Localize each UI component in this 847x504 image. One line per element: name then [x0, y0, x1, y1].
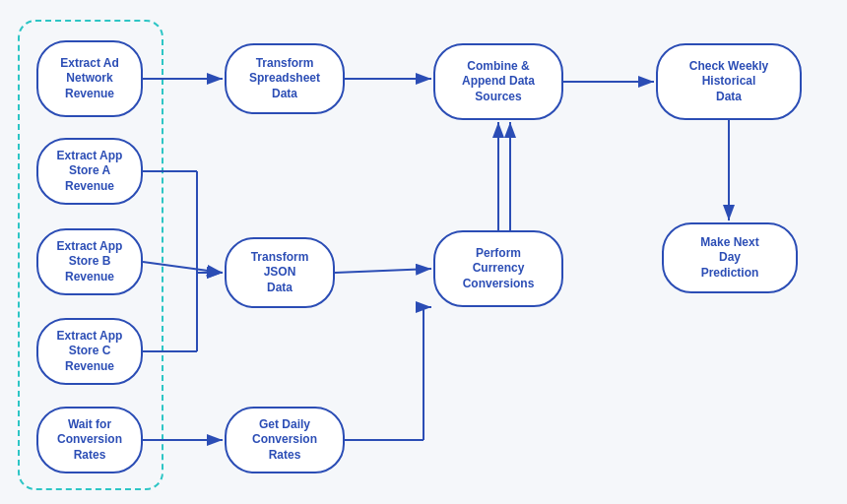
node-get-daily: Get DailyConversionRates	[225, 407, 345, 473]
node-check-weekly: Check WeeklyHistoricalData	[656, 43, 802, 120]
node-combine-append: Combine &Append DataSources	[433, 43, 563, 120]
node-perform-currency: PerformCurrencyConversions	[433, 230, 563, 307]
node-extract-app-c: Extract AppStore CRevenue	[36, 318, 143, 385]
svg-line-12	[335, 269, 431, 273]
diagram-container: Extract AdNetworkRevenue Extract AppStor…	[0, 0, 847, 504]
node-extract-app-b: Extract AppStore BRevenue	[36, 228, 143, 295]
node-transform-json: TransformJSONData	[225, 237, 335, 308]
node-transform-spreadsheet: TransformSpreadsheetData	[225, 43, 345, 114]
node-wait-conversion: Wait forConversionRates	[36, 407, 143, 473]
node-make-prediction: Make NextDayPrediction	[662, 222, 798, 293]
node-extract-app-a: Extract AppStore ARevenue	[36, 138, 143, 205]
node-extract-ad: Extract AdNetworkRevenue	[36, 40, 143, 117]
